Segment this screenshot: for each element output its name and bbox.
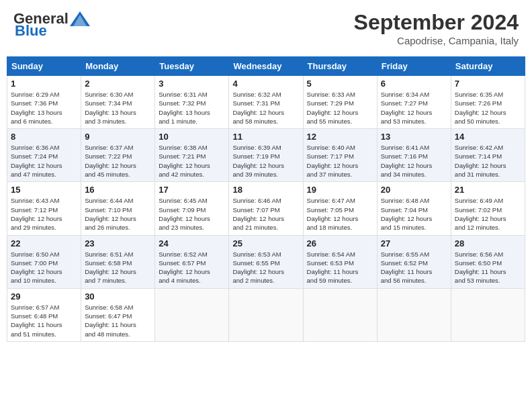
calendar-day-cell: 7Sunrise: 6:35 AMSunset: 7:26 PMDaylight… [451,76,525,129]
calendar-day-cell: 5Sunrise: 6:33 AMSunset: 7:29 PMDaylight… [303,76,377,129]
calendar-day-cell: 29Sunrise: 6:57 AMSunset: 6:48 PMDayligh… [7,288,81,341]
calendar-table: SundayMondayTuesdayWednesdayThursdayFrid… [7,56,525,342]
day-info: Sunrise: 6:47 AMSunset: 7:05 PMDaylight:… [307,196,373,232]
calendar-week-row: 8Sunrise: 6:36 AMSunset: 7:24 PMDaylight… [7,129,525,182]
calendar-day-cell [155,288,229,341]
day-number: 22 [11,238,77,248]
column-header-wednesday: Wednesday [229,57,303,76]
day-info: Sunrise: 6:40 AMSunset: 7:17 PMDaylight:… [307,143,373,179]
day-info: Sunrise: 6:48 AMSunset: 7:04 PMDaylight:… [381,196,447,232]
day-info: Sunrise: 6:36 AMSunset: 7:24 PMDaylight:… [11,143,77,179]
calendar-week-row: 1Sunrise: 6:29 AMSunset: 7:36 PMDaylight… [7,76,525,129]
calendar-week-row: 15Sunrise: 6:43 AMSunset: 7:12 PMDayligh… [7,182,525,235]
day-info: Sunrise: 6:42 AMSunset: 7:14 PMDaylight:… [455,143,521,179]
calendar-week-row: 22Sunrise: 6:50 AMSunset: 7:00 PMDayligh… [7,235,525,288]
day-info: Sunrise: 6:37 AMSunset: 7:22 PMDaylight:… [85,143,151,179]
calendar-day-cell: 23Sunrise: 6:51 AMSunset: 6:58 PMDayligh… [81,235,155,288]
day-number: 20 [381,185,447,195]
column-header-tuesday: Tuesday [155,57,229,76]
calendar-day-cell [451,288,525,341]
calendar-day-cell: 26Sunrise: 6:54 AMSunset: 6:53 PMDayligh… [303,235,377,288]
calendar-day-cell: 30Sunrise: 6:58 AMSunset: 6:47 PMDayligh… [81,288,155,341]
page-header: General Blue September 2024 Capodrise, C… [7,7,525,50]
day-number: 1 [11,79,77,89]
day-info: Sunrise: 6:39 AMSunset: 7:19 PMDaylight:… [232,143,299,179]
calendar-day-cell: 8Sunrise: 6:36 AMSunset: 7:24 PMDaylight… [7,129,81,182]
calendar-day-cell: 19Sunrise: 6:47 AMSunset: 7:05 PMDayligh… [303,182,377,235]
calendar-day-cell: 17Sunrise: 6:45 AMSunset: 7:09 PMDayligh… [155,182,229,235]
day-info: Sunrise: 6:57 AMSunset: 6:48 PMDaylight:… [11,303,77,338]
day-info: Sunrise: 6:50 AMSunset: 7:00 PMDaylight:… [11,250,77,285]
calendar-day-cell: 18Sunrise: 6:46 AMSunset: 7:07 PMDayligh… [229,182,303,235]
day-number: 30 [85,291,151,302]
calendar-day-cell: 3Sunrise: 6:31 AMSunset: 7:32 PMDaylight… [155,76,229,129]
calendar-header-row: SundayMondayTuesdayWednesdayThursdayFrid… [7,57,525,76]
day-number: 16 [85,185,151,195]
calendar-day-cell: 10Sunrise: 6:38 AMSunset: 7:21 PMDayligh… [155,129,229,182]
day-info: Sunrise: 6:44 AMSunset: 7:10 PMDaylight:… [85,196,151,232]
day-info: Sunrise: 6:32 AMSunset: 7:31 PMDaylight:… [232,90,299,126]
day-number: 11 [232,132,299,142]
day-info: Sunrise: 6:58 AMSunset: 6:47 PMDaylight:… [85,303,151,338]
calendar-day-cell: 16Sunrise: 6:44 AMSunset: 7:10 PMDayligh… [81,182,155,235]
calendar-day-cell: 27Sunrise: 6:55 AMSunset: 6:52 PMDayligh… [377,235,451,288]
day-number: 26 [307,238,373,248]
day-info: Sunrise: 6:56 AMSunset: 6:50 PMDaylight:… [455,250,521,285]
day-info: Sunrise: 6:46 AMSunset: 7:07 PMDaylight:… [232,196,299,232]
calendar-day-cell: 13Sunrise: 6:41 AMSunset: 7:16 PMDayligh… [377,129,451,182]
day-number: 21 [455,185,521,195]
day-info: Sunrise: 6:41 AMSunset: 7:16 PMDaylight:… [381,143,447,179]
day-number: 4 [232,79,299,89]
day-info: Sunrise: 6:29 AMSunset: 7:36 PMDaylight:… [11,90,77,126]
day-info: Sunrise: 6:45 AMSunset: 7:09 PMDaylight:… [159,196,225,232]
day-info: Sunrise: 6:52 AMSunset: 6:57 PMDaylight:… [159,250,225,285]
calendar-day-cell: 14Sunrise: 6:42 AMSunset: 7:14 PMDayligh… [451,129,525,182]
day-number: 6 [381,79,447,89]
calendar-day-cell [377,288,451,341]
day-info: Sunrise: 6:34 AMSunset: 7:27 PMDaylight:… [381,90,447,126]
calendar-day-cell: 20Sunrise: 6:48 AMSunset: 7:04 PMDayligh… [377,182,451,235]
day-number: 15 [11,185,77,195]
day-info: Sunrise: 6:53 AMSunset: 6:55 PMDaylight:… [232,250,299,285]
calendar-day-cell: 11Sunrise: 6:39 AMSunset: 7:19 PMDayligh… [229,129,303,182]
day-info: Sunrise: 6:54 AMSunset: 6:53 PMDaylight:… [307,250,373,285]
day-number: 5 [307,79,373,89]
day-number: 3 [159,79,225,89]
day-number: 25 [232,238,299,248]
day-number: 24 [159,238,225,248]
day-number: 7 [455,79,521,89]
day-number: 23 [85,238,151,248]
calendar-day-cell [303,288,377,341]
day-number: 9 [85,132,151,142]
location-subtitle: Capodrise, Campania, Italy [354,35,519,46]
day-info: Sunrise: 6:30 AMSunset: 7:34 PMDaylight:… [85,90,151,126]
calendar-day-cell: 9Sunrise: 6:37 AMSunset: 7:22 PMDaylight… [81,129,155,182]
day-number: 28 [455,238,521,248]
day-number: 27 [381,238,447,248]
day-number: 12 [307,132,373,142]
day-number: 29 [11,291,77,302]
calendar-day-cell: 25Sunrise: 6:53 AMSunset: 6:55 PMDayligh… [229,235,303,288]
day-info: Sunrise: 6:31 AMSunset: 7:32 PMDaylight:… [159,90,225,126]
column-header-friday: Friday [377,57,451,76]
logo-blue-text: Blue [15,22,47,40]
logo: General Blue [13,10,90,40]
day-number: 8 [11,132,77,142]
calendar-day-cell: 15Sunrise: 6:43 AMSunset: 7:12 PMDayligh… [7,182,81,235]
day-number: 14 [455,132,521,142]
day-number: 2 [85,79,151,89]
calendar-day-cell: 22Sunrise: 6:50 AMSunset: 7:00 PMDayligh… [7,235,81,288]
calendar-day-cell: 6Sunrise: 6:34 AMSunset: 7:27 PMDaylight… [377,76,451,129]
calendar-day-cell: 4Sunrise: 6:32 AMSunset: 7:31 PMDaylight… [229,76,303,129]
day-info: Sunrise: 6:38 AMSunset: 7:21 PMDaylight:… [159,143,225,179]
month-title: September 2024 [354,10,519,35]
day-number: 17 [159,185,225,195]
column-header-thursday: Thursday [303,57,377,76]
day-info: Sunrise: 6:49 AMSunset: 7:02 PMDaylight:… [455,196,521,232]
calendar-day-cell: 24Sunrise: 6:52 AMSunset: 6:57 PMDayligh… [155,235,229,288]
day-info: Sunrise: 6:33 AMSunset: 7:29 PMDaylight:… [307,90,373,126]
calendar-day-cell: 21Sunrise: 6:49 AMSunset: 7:02 PMDayligh… [451,182,525,235]
logo-icon [70,11,90,26]
calendar-day-cell: 28Sunrise: 6:56 AMSunset: 6:50 PMDayligh… [451,235,525,288]
calendar-day-cell: 1Sunrise: 6:29 AMSunset: 7:36 PMDaylight… [7,76,81,129]
